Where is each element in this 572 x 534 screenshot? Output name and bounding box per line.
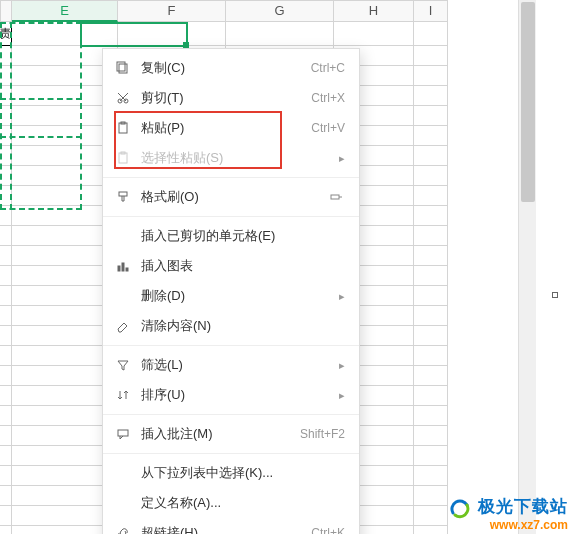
right-gutter <box>536 0 572 534</box>
cell[interactable] <box>414 406 448 426</box>
submenu-arrow-icon: ▸ <box>339 290 345 303</box>
cell[interactable] <box>414 286 448 306</box>
cell[interactable] <box>414 106 448 126</box>
cell[interactable] <box>0 326 12 346</box>
cell[interactable] <box>414 246 448 266</box>
cell[interactable] <box>414 266 448 286</box>
vertical-scrollbar[interactable] <box>518 0 536 534</box>
cell[interactable] <box>226 22 334 46</box>
cell[interactable] <box>414 426 448 446</box>
menu-hyperlink[interactable]: 超链接(H)... Ctrl+K <box>103 518 359 534</box>
cell[interactable] <box>0 246 12 266</box>
cell[interactable] <box>414 206 448 226</box>
menu-label: 筛选(L) <box>133 356 339 374</box>
cell[interactable] <box>414 506 448 526</box>
cell[interactable] <box>414 366 448 386</box>
menu-insert-cut-cells[interactable]: 插入已剪切的单元格(E) <box>103 221 359 251</box>
cell[interactable] <box>0 446 12 466</box>
col-header-I[interactable]: I <box>414 0 448 22</box>
col-header-F[interactable]: F <box>118 0 226 22</box>
cell[interactable] <box>334 22 414 46</box>
col-header-H[interactable]: H <box>334 0 414 22</box>
cell[interactable] <box>414 86 448 106</box>
cell[interactable] <box>0 306 12 326</box>
cell[interactable] <box>414 166 448 186</box>
menu-clear[interactable]: 清除内容(N) <box>103 311 359 341</box>
cell[interactable] <box>118 22 226 46</box>
cell[interactable] <box>0 146 12 166</box>
cell[interactable] <box>0 366 12 386</box>
funnel-icon <box>113 357 133 373</box>
cell[interactable] <box>414 526 448 534</box>
cell[interactable] <box>414 146 448 166</box>
cell[interactable] <box>0 46 12 66</box>
clipboard-icon <box>113 120 133 136</box>
menu-accel: Ctrl+C <box>311 61 345 75</box>
cell[interactable] <box>0 486 12 506</box>
cell[interactable] <box>414 66 448 86</box>
cell[interactable] <box>12 22 118 46</box>
cell[interactable] <box>0 406 12 426</box>
menu-format-painter[interactable]: 格式刷(O) <box>103 182 359 212</box>
cell[interactable] <box>0 166 12 186</box>
chart-icon <box>113 258 133 274</box>
menu-sort[interactable]: 排序(U) ▸ <box>103 380 359 410</box>
cell[interactable] <box>0 386 12 406</box>
cell[interactable] <box>414 186 448 206</box>
blank-icon <box>113 228 133 244</box>
cell[interactable] <box>0 346 12 366</box>
svg-rect-9 <box>331 195 339 199</box>
blank-icon <box>113 465 133 481</box>
cell[interactable] <box>0 466 12 486</box>
cell[interactable] <box>0 266 12 286</box>
cell[interactable] <box>0 426 12 446</box>
menu-label: 超链接(H)... <box>133 524 311 534</box>
format-painter-apply-icon <box>327 190 345 204</box>
cell[interactable] <box>0 86 12 106</box>
cell[interactable] <box>414 126 448 146</box>
menu-cut[interactable]: 剪切(T) Ctrl+X <box>103 83 359 113</box>
menu-label: 排序(U) <box>133 386 339 404</box>
cell[interactable] <box>0 126 12 146</box>
cell[interactable] <box>0 206 12 226</box>
cell[interactable] <box>0 526 12 534</box>
paintbrush-icon <box>113 189 133 205</box>
col-header-fragment[interactable] <box>0 0 12 22</box>
menu-paste-special[interactable]: 选择性粘贴(S) ▸ <box>103 143 359 173</box>
scrollbar-thumb[interactable] <box>521 2 535 202</box>
menu-paste[interactable]: 粘贴(P) Ctrl+V <box>103 113 359 143</box>
menu-insert-chart[interactable]: 插入图表 <box>103 251 359 281</box>
cell[interactable] <box>414 466 448 486</box>
blank-icon <box>113 495 133 511</box>
menu-label: 插入已剪切的单元格(E) <box>133 227 345 245</box>
col-header-G[interactable]: G <box>226 0 334 22</box>
cell[interactable] <box>414 486 448 506</box>
menu-delete[interactable]: 删除(D) ▸ <box>103 281 359 311</box>
menu-insert-comment[interactable]: 插入批注(M) Shift+F2 <box>103 419 359 449</box>
menu-filter[interactable]: 筛选(L) ▸ <box>103 350 359 380</box>
selection-handle[interactable] <box>552 292 558 298</box>
cell[interactable]: 责 <box>0 22 12 46</box>
cell[interactable] <box>414 326 448 346</box>
cell[interactable] <box>0 506 12 526</box>
cell[interactable] <box>0 66 12 86</box>
menu-define-name[interactable]: 定义名称(A)... <box>103 488 359 518</box>
cell[interactable] <box>0 226 12 246</box>
cell[interactable] <box>414 446 448 466</box>
col-header-E[interactable]: E <box>12 0 118 22</box>
menu-label: 选择性粘贴(S) <box>133 149 339 167</box>
cell[interactable] <box>0 106 12 126</box>
submenu-arrow-icon: ▸ <box>339 389 345 402</box>
cell[interactable] <box>414 306 448 326</box>
menu-pick-from-list[interactable]: 从下拉列表中选择(K)... <box>103 458 359 488</box>
menu-label: 插入批注(M) <box>133 425 300 443</box>
cell[interactable] <box>0 286 12 306</box>
cell[interactable] <box>414 22 448 46</box>
cell[interactable] <box>414 46 448 66</box>
cell[interactable] <box>414 346 448 366</box>
cell[interactable] <box>0 186 12 206</box>
svg-rect-11 <box>122 263 124 271</box>
cell[interactable] <box>414 386 448 406</box>
menu-copy[interactable]: 复制(C) Ctrl+C <box>103 53 359 83</box>
cell[interactable] <box>414 226 448 246</box>
